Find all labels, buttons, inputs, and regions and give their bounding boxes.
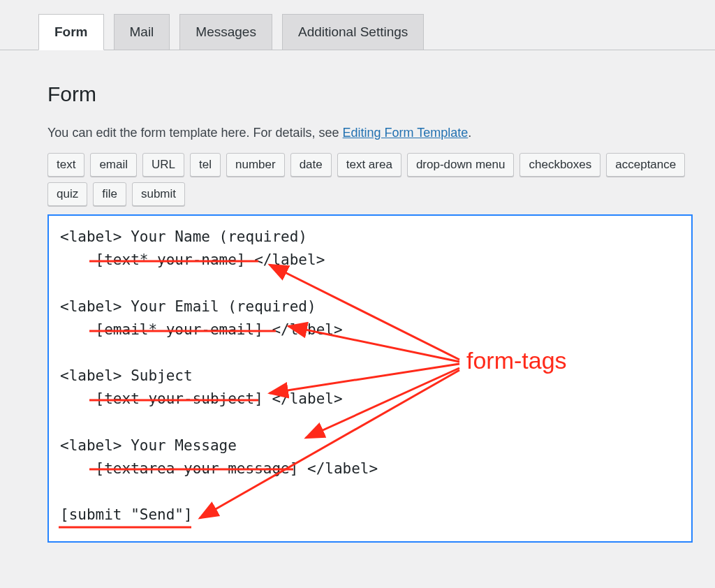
intro-text: You can edit the form template here. For…	[47, 126, 693, 140]
section-title: Form	[47, 82, 693, 106]
tab-additional-settings[interactable]: Additional Settings	[282, 14, 424, 50]
tag-btn-quiz[interactable]: quiz	[47, 182, 87, 206]
tag-btn-submit[interactable]: submit	[132, 182, 185, 206]
tab-label: Form	[54, 24, 88, 39]
intro-link[interactable]: Editing Form Template	[343, 126, 469, 140]
tag-btn-checkboxes[interactable]: checkboxes	[519, 153, 600, 177]
tab-form[interactable]: Form	[38, 14, 104, 50]
tag-btn-textarea[interactable]: text area	[337, 153, 401, 177]
tab-mail[interactable]: Mail	[114, 14, 170, 50]
tag-btn-dropdown[interactable]: drop-down menu	[407, 153, 515, 177]
form-template-editor[interactable]	[47, 214, 693, 543]
tag-btn-number[interactable]: number	[226, 153, 285, 177]
tag-btn-file[interactable]: file	[93, 182, 126, 206]
tag-generator-buttons: text email URL tel number date text area…	[47, 153, 693, 206]
tab-messages[interactable]: Messages	[179, 14, 272, 50]
tag-btn-text[interactable]: text	[47, 153, 84, 177]
tag-btn-acceptance[interactable]: acceptance	[606, 153, 685, 177]
tag-btn-url[interactable]: URL	[142, 153, 184, 177]
intro-suffix: .	[468, 126, 471, 140]
tag-btn-email[interactable]: email	[90, 153, 137, 177]
tab-label: Mail	[130, 24, 154, 39]
intro-prefix: You can edit the form template here. For…	[47, 126, 343, 140]
tag-btn-tel[interactable]: tel	[190, 153, 221, 177]
tag-btn-date[interactable]: date	[290, 153, 332, 177]
tab-label: Additional Settings	[298, 24, 408, 39]
tab-label: Messages	[196, 24, 256, 39]
tab-bar: Form Mail Messages Additional Settings	[0, 0, 715, 50]
